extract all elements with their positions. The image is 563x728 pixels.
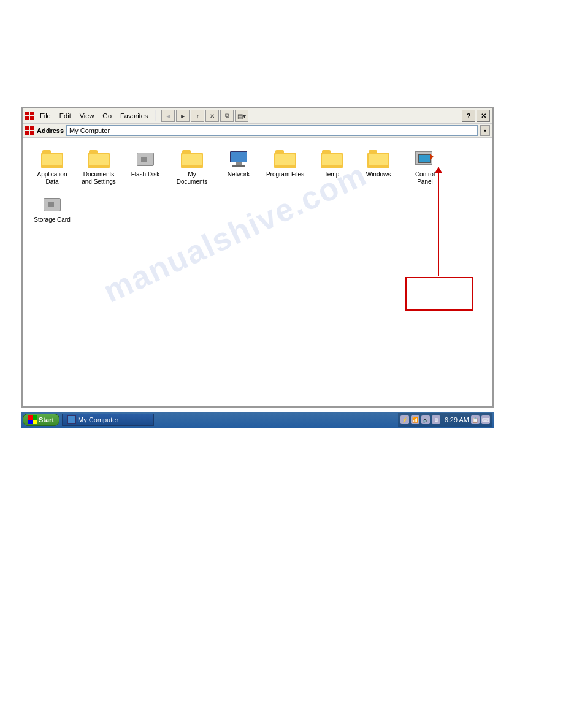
tray-icon-6: ⌨ xyxy=(481,415,490,424)
address-label-text: Address xyxy=(37,127,64,134)
address-bar: Address ▾ xyxy=(23,124,492,138)
start-label: Start xyxy=(39,416,54,423)
folder-icon-my-documents xyxy=(181,150,203,169)
icon-label-application-data: Application Data xyxy=(33,171,72,186)
system-clock: 6:29 AM xyxy=(445,416,469,423)
icon-storage-card[interactable]: Storage Card xyxy=(30,193,74,226)
control-panel-icon xyxy=(414,150,436,169)
explorer-window: File Edit View Go Favorites ◄ ► ↑ ✕ ⧉ ▤▾… xyxy=(21,107,494,408)
system-tray: ⚡ 📶 🔊 🖥 6:29 AM 📋 ⌨ xyxy=(398,413,492,427)
taskbar-app-icon xyxy=(67,415,76,424)
annotation-arrow xyxy=(438,172,439,276)
delete-button[interactable]: ✕ xyxy=(205,110,219,122)
menu-bar: File Edit View Go Favorites ◄ ► ↑ ✕ ⧉ ▤▾… xyxy=(23,108,492,124)
disk-icon-storage xyxy=(41,195,63,214)
network-icon xyxy=(228,150,250,169)
close-button[interactable]: ✕ xyxy=(477,110,490,122)
icon-label-network: Network xyxy=(228,171,250,178)
folder-icon-application-data xyxy=(41,150,63,169)
icon-network[interactable]: Network xyxy=(216,148,261,188)
menu-edit[interactable]: Edit xyxy=(56,111,75,121)
back-button[interactable]: ◄ xyxy=(161,110,175,122)
icon-label-temp: Temp xyxy=(324,171,339,178)
views-button[interactable]: ▤▾ xyxy=(235,110,248,122)
content-area: Application Data Documentsand Settings F… xyxy=(23,138,492,406)
window-controls: ? ✕ xyxy=(462,110,490,122)
folder-icon-documents-settings xyxy=(88,150,110,169)
icon-temp[interactable]: Temp xyxy=(310,148,354,188)
folder-icon-windows xyxy=(367,150,389,169)
icon-label-program-files: Program Files xyxy=(266,171,304,178)
icon-label-documents-settings: Documentsand Settings xyxy=(82,171,116,186)
icon-label-storage-card: Storage Card xyxy=(34,216,70,224)
address-logo-icon xyxy=(25,126,34,135)
taskbar: Start My Computer ⚡ 📶 🔊 🖥 6:29 AM 📋 ⌨ xyxy=(21,412,494,428)
start-flag-icon xyxy=(28,415,37,424)
tray-icon-5: 📋 xyxy=(471,415,480,424)
folder-icon-program-files xyxy=(274,150,296,169)
icon-flash-disk[interactable]: Flash Disk xyxy=(123,148,167,188)
menu-favorites[interactable]: Favorites xyxy=(117,111,151,121)
icon-label-windows: Windows xyxy=(366,171,391,178)
taskbar-app-button[interactable]: My Computer xyxy=(62,414,154,426)
annotation-box xyxy=(405,277,473,311)
disk-icon-flash xyxy=(134,150,156,169)
icon-label-my-documents: MyDocuments xyxy=(177,171,208,186)
address-dropdown[interactable]: ▾ xyxy=(480,125,490,136)
tray-icon-3: 🔊 xyxy=(421,415,430,424)
icon-documents-settings[interactable]: Documentsand Settings xyxy=(77,148,121,188)
icon-my-documents[interactable]: MyDocuments xyxy=(170,148,214,188)
start-button[interactable]: Start xyxy=(23,414,59,426)
icon-label-control-panel: ControlPanel xyxy=(415,171,435,186)
copy-button[interactable]: ⧉ xyxy=(220,110,234,122)
icon-label-flash-disk: Flash Disk xyxy=(131,171,160,178)
taskbar-app-label: My Computer xyxy=(78,416,118,423)
menu-view[interactable]: View xyxy=(76,111,98,121)
up-button[interactable]: ↑ xyxy=(191,110,204,122)
menu-go[interactable]: Go xyxy=(99,111,115,121)
forward-button[interactable]: ► xyxy=(176,110,190,122)
tray-icon-1: ⚡ xyxy=(400,415,409,424)
tray-icon-2: 📶 xyxy=(411,415,419,424)
folder-icon-temp xyxy=(321,150,343,169)
app-logo-icon xyxy=(25,112,34,120)
menu-file[interactable]: File xyxy=(36,111,55,121)
address-input[interactable] xyxy=(66,125,478,136)
tray-icon-4: 🖥 xyxy=(432,415,440,424)
help-button[interactable]: ? xyxy=(462,110,475,122)
icon-program-files[interactable]: Program Files xyxy=(263,148,307,188)
icon-windows[interactable]: Windows xyxy=(356,148,400,188)
toolbar-separator xyxy=(155,110,156,121)
toolbar-buttons: ◄ ► ↑ ✕ ⧉ ▤▾ xyxy=(161,110,248,122)
address-label-container: Address xyxy=(25,126,64,135)
icon-application-data[interactable]: Application Data xyxy=(30,148,74,188)
